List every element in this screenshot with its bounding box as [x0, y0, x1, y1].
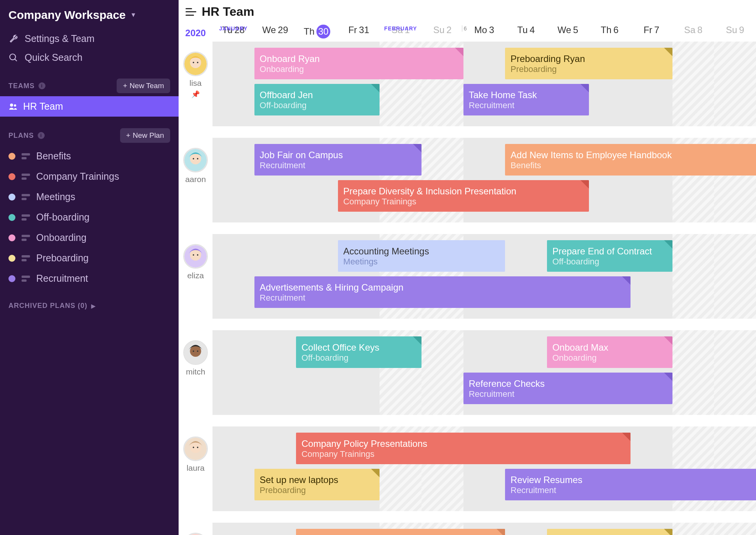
new-team-button[interactable]: + New Team — [117, 79, 170, 93]
task-plan: Off-boarding — [260, 100, 375, 110]
plan-color-dot — [8, 173, 15, 180]
task-bar[interactable]: Print Docs Preboarding — [547, 529, 672, 535]
timeline-day[interactable]: We 5 — [547, 25, 589, 42]
new-plan-button[interactable]: + New Plan — [120, 128, 170, 143]
timeline-header: HR Team 2020 JANUARYTu 28We 29Th 30Fr 31… — [179, 0, 756, 42]
sidebar-plan-item[interactable]: Recruitment — [0, 268, 179, 289]
task-corner-icon — [664, 240, 672, 249]
task-corner-icon — [580, 180, 589, 189]
svg-point-18 — [193, 351, 194, 352]
timeline-day[interactable]: Fr 7 — [631, 25, 672, 42]
plans-label: PLANS — [8, 132, 34, 140]
task-corner-icon — [371, 469, 380, 477]
plan-name: Recruitment — [36, 273, 88, 284]
timeline-year[interactable]: 2020 — [179, 28, 212, 42]
task-corner-icon — [413, 144, 421, 152]
filter-icon[interactable] — [186, 8, 196, 16]
task-bar[interactable]: Add New Items to Employee Handbook Benef… — [505, 144, 756, 176]
sidebar-plan-item[interactable]: Benefits — [0, 146, 179, 166]
timeline-day[interactable]: Th 30 — [296, 25, 338, 42]
person-cell[interactable]: eliza — [179, 234, 212, 319]
task-bar[interactable]: Review Resumes Recruitment — [505, 469, 756, 500]
sidebar-plan-item[interactable]: Company Trainings — [0, 166, 179, 187]
person-name: aaron — [185, 175, 206, 184]
task-plan: Meetings — [343, 257, 500, 267]
info-icon[interactable]: i — [38, 132, 45, 139]
sidebar-team-item[interactable]: HR Team — [0, 96, 179, 117]
timeline-day[interactable]: Su 9 — [714, 25, 756, 42]
task-title: Advertisements & Hiring Campaign — [260, 282, 626, 293]
timeline-day[interactable]: Sa 8 — [672, 25, 714, 42]
day-label: Tu 4 — [517, 25, 535, 35]
plan-name: Company Trainings — [36, 171, 119, 182]
svg-point-23 — [197, 447, 199, 448]
day-label: Sa 8 — [684, 25, 702, 35]
plus-icon: + — [126, 131, 130, 140]
info-icon[interactable]: i — [38, 82, 45, 89]
task-bar[interactable]: Onboard Max Onboarding — [547, 336, 672, 368]
task-plan: Off-boarding — [301, 353, 416, 363]
timeline-day[interactable]: Th 6 — [589, 25, 631, 42]
sidebar-plan-item[interactable]: Meetings — [0, 187, 179, 207]
timeline-day[interactable]: 6Mo 3 — [463, 25, 505, 42]
svg-point-5 — [190, 57, 201, 68]
settings-link[interactable]: Settings & Team — [0, 29, 179, 48]
task-bar[interactable]: Job Fair on Campus Recruitment — [254, 144, 421, 176]
timeline-day[interactable]: JANUARYTu 28 — [212, 25, 254, 42]
task-bar[interactable]: Onboard Ryan Onboarding — [254, 48, 463, 79]
person-cell[interactable]: aaron — [179, 138, 212, 222]
sidebar-plan-item[interactable]: Preboarding — [0, 248, 179, 268]
task-title: Review Resumes — [510, 475, 756, 485]
plan-color-dot — [8, 234, 15, 241]
sidebar-plan-item[interactable]: Off-boarding — [0, 207, 179, 227]
task-corner-icon — [580, 84, 589, 92]
timeline-day[interactable]: Tu 4 — [505, 25, 547, 42]
task-bar[interactable]: Accounting Meetings Meetings — [338, 240, 505, 272]
svg-point-19 — [197, 351, 199, 352]
task-bar[interactable]: Preboarding Ryan Preboarding — [505, 48, 672, 79]
task-bar[interactable]: Offboard Jen Off-boarding — [254, 84, 380, 115]
person-name: mitch — [186, 367, 205, 376]
task-title: Collect Office Keys — [301, 342, 416, 353]
task-plan: Recruitment — [260, 293, 626, 303]
task-bar[interactable]: Prepare Company Gym Memberships Benefits — [296, 529, 505, 535]
quick-search-link[interactable]: Quick Search — [0, 48, 179, 67]
avatar — [183, 533, 208, 535]
svg-line-1 — [15, 59, 17, 61]
task-bar[interactable]: Company Policy Presentations Company Tra… — [296, 433, 631, 464]
task-title: Preboarding Ryan — [510, 54, 667, 64]
person-cell[interactable]: laura — [179, 426, 212, 511]
plan-color-dot — [8, 275, 15, 282]
task-bar[interactable]: Prepare End of Contract Off-boarding — [547, 240, 672, 272]
person-cell[interactable]: lisa 📌 — [179, 42, 212, 126]
person-cell[interactable]: maria — [179, 523, 212, 535]
plan-color-dot — [8, 214, 15, 221]
plus-icon: + — [123, 82, 127, 90]
timeline-day[interactable]: We 29 — [254, 25, 296, 42]
task-bar[interactable]: Reference Checks Recruitment — [463, 373, 672, 404]
workspace-switcher[interactable]: Company Workspace ▼ — [0, 5, 179, 29]
avatar — [183, 340, 208, 365]
avatar — [183, 244, 208, 269]
sidebar-plan-item[interactable]: Onboarding — [0, 227, 179, 248]
task-title: Prepare End of Contract — [552, 246, 667, 257]
task-bar[interactable]: Prepare Diversity & Inclusion Presentati… — [338, 180, 589, 212]
task-bar[interactable]: Advertisements & Hiring Campaign Recruit… — [254, 276, 631, 308]
timeline-day[interactable]: FEBRUARYSa 1 — [380, 25, 421, 42]
person-cell[interactable]: mitch — [179, 330, 212, 415]
plan-bars-icon — [22, 276, 30, 282]
task-bar[interactable]: Take Home Task Recruitment — [463, 84, 589, 115]
timeline-day[interactable]: Fr 31 — [338, 25, 380, 42]
task-bar[interactable]: Collect Office Keys Off-boarding — [296, 336, 421, 368]
task-corner-icon — [622, 276, 631, 285]
task-bar[interactable]: Set up new laptops Preboarding — [254, 469, 380, 500]
archived-plans-toggle[interactable]: ARCHIVED PLANS (0) ▶ — [0, 289, 179, 323]
pin-icon[interactable]: 📌 — [191, 90, 200, 99]
settings-label: Settings & Team — [25, 33, 95, 44]
svg-point-22 — [193, 447, 194, 448]
timeline-day[interactable]: Su 2 — [421, 25, 463, 42]
task-corner-icon — [664, 48, 672, 56]
plan-color-dot — [8, 194, 15, 201]
day-label: Su 9 — [726, 25, 744, 35]
plan-bars-icon — [22, 174, 30, 180]
